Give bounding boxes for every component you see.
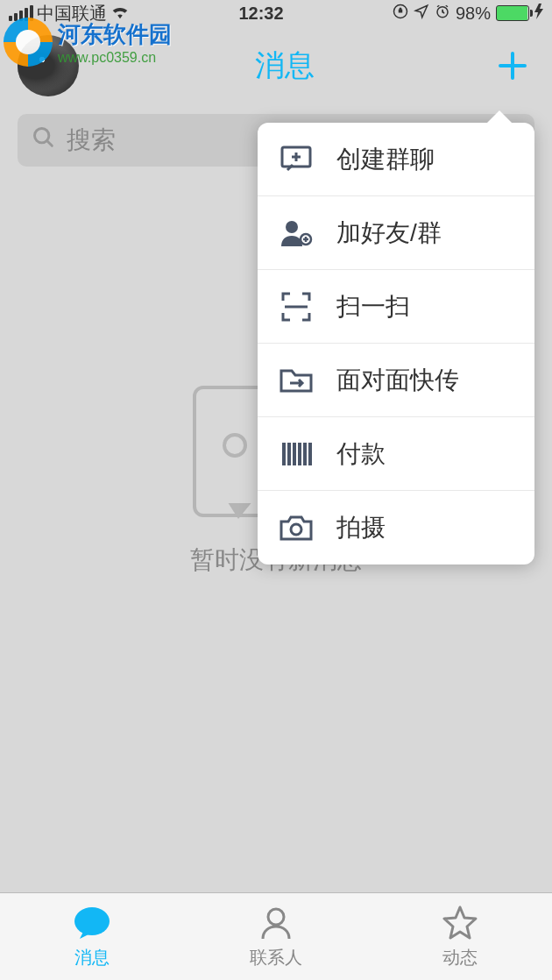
dropdown-item-label: 付款 <box>336 437 386 471</box>
messages-tab-icon <box>73 904 111 942</box>
wifi-icon <box>110 2 130 25</box>
add-friend-icon <box>279 216 314 251</box>
alarm-icon <box>435 4 450 24</box>
status-right: 98% <box>393 4 543 24</box>
search-placeholder: 搜索 <box>67 124 116 157</box>
transfer-icon <box>279 363 314 398</box>
tab-label: 联系人 <box>250 946 302 969</box>
dropdown-payment[interactable]: 付款 <box>258 417 534 491</box>
avatar[interactable] <box>18 35 79 96</box>
status-time: 12:32 <box>130 4 393 24</box>
tab-label: 消息 <box>74 946 110 969</box>
dropdown-item-label: 面对面快传 <box>336 364 459 397</box>
dropdown-item-label: 创建群聊 <box>336 143 435 176</box>
status-left: 中国联通 <box>9 2 130 25</box>
dropdown-camera[interactable]: 拍摄 <box>258 491 534 565</box>
dropdown-item-label: 拍摄 <box>336 511 386 544</box>
svg-point-7 <box>74 907 110 935</box>
tab-label: 动态 <box>442 946 478 969</box>
svg-point-4 <box>286 221 298 233</box>
dropdown-add-friend[interactable]: 加好友/群 <box>258 196 534 270</box>
camera-icon <box>279 510 314 545</box>
location-icon <box>414 4 429 24</box>
dropdown-create-group[interactable]: 创建群聊 <box>258 123 534 196</box>
page-title: 消息 <box>79 46 491 86</box>
dropdown-scan[interactable]: 扫一扫 <box>258 270 534 344</box>
charging-icon <box>534 4 543 24</box>
svg-point-6 <box>291 524 301 535</box>
dropdown-item-label: 扫一扫 <box>336 290 410 323</box>
carrier-label: 中国联通 <box>37 2 107 25</box>
signal-icon <box>9 5 33 21</box>
tab-messages[interactable]: 消息 <box>0 893 184 980</box>
moments-tab-icon <box>441 904 479 942</box>
contacts-tab-icon <box>257 904 295 942</box>
create-group-icon <box>279 142 314 177</box>
tab-moments[interactable]: 动态 <box>368 893 552 980</box>
dropdown-transfer[interactable]: 面对面快传 <box>258 344 534 417</box>
tab-contacts[interactable]: 联系人 <box>184 893 368 980</box>
svg-point-8 <box>268 909 284 925</box>
payment-icon <box>279 437 314 472</box>
orientation-lock-icon <box>393 4 408 24</box>
tab-bar: 消息 联系人 动态 <box>0 892 552 980</box>
battery-percent: 98% <box>456 4 491 24</box>
plus-dropdown: 创建群聊 加好友/群 扫一扫 面对面快传 付款 拍摄 <box>258 123 534 565</box>
search-icon <box>32 125 56 156</box>
add-button[interactable] <box>491 44 534 88</box>
scan-icon <box>279 289 314 324</box>
status-bar: 中国联通 12:32 98% <box>0 0 552 26</box>
nav-header: 消息 <box>0 26 552 105</box>
battery-icon <box>496 5 529 21</box>
dropdown-item-label: 加好友/群 <box>336 217 442 250</box>
